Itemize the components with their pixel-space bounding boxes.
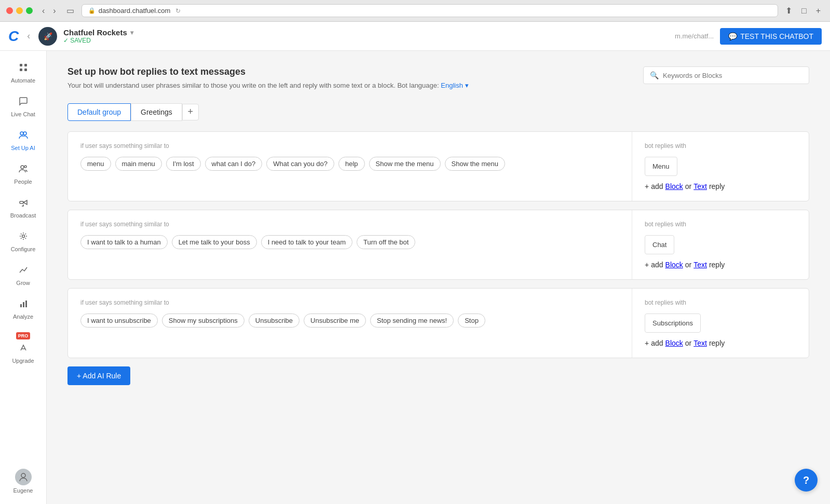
ai-rule-3-tags: I want to unsubscribe Show my subscripti… [80,314,619,328]
tag-want-to-unsubscribe[interactable]: I want to unsubscribe [80,314,158,328]
svg-point-4 [20,132,23,135]
browser-nav: ‹ › [39,5,59,17]
saved-status: ✓ SAVED [63,37,669,44]
page-header: Set up how bot replies to text messages … [67,66,809,91]
tag-talk-to-team[interactable]: I need to talk to your team [261,235,352,249]
tag-what-can-you-do[interactable]: What can you do? [266,157,334,171]
ai-rule-1: if user says something similar to menu m… [67,131,809,201]
tag-show-subscriptions[interactable]: Show my subscriptions [162,314,244,328]
add-block-link-1[interactable]: Block [665,182,683,190]
add-tab-button[interactable]: + [813,5,824,17]
grow-label: Grow [16,280,30,286]
sidebar-item-live-chat[interactable]: Live Chat [3,91,44,122]
messenger-icon: 💬 [728,32,737,40]
sidebar-item-automate[interactable]: Automate [3,57,44,89]
sidebar: Automate Live Chat Set Up AI People [0,51,47,504]
forward-button[interactable]: › [50,5,59,17]
search-input[interactable] [663,72,802,79]
search-box[interactable]: 🔍 [643,66,809,84]
tag-menu[interactable]: menu [80,157,111,171]
tag-talk-to-boss[interactable]: Let me talk to your boss [172,235,257,249]
ai-rule-2-reply[interactable]: Chat [645,235,674,254]
main-layout: Automate Live Chat Set Up AI People [0,51,830,504]
bot-link[interactable]: m.me/chatf... [675,32,714,40]
tag-stop-sending[interactable]: Stop sending me news! [370,314,454,328]
sidebar-item-configure[interactable]: Configure [3,226,44,257]
svg-rect-12 [25,301,27,307]
traffic-light-red[interactable] [6,7,13,14]
tag-show-me-the-menu[interactable]: Show me the menu [369,157,441,171]
sidebar-toggle-button[interactable]: ▭ [63,5,77,17]
bot-info: Chatfuel Rockets ▾ ✓ SAVED [63,28,669,44]
dropdown-arrow-icon[interactable]: ▾ [130,29,133,36]
broadcast-label: Broadcast [10,212,36,219]
ai-rule-1-reply-label: bot replies with [645,142,796,149]
share-button[interactable]: ⬆ [782,5,795,17]
add-tab-button[interactable]: + [182,104,199,120]
address-bar[interactable]: 🔒 dashboard.chatfuel.com ↻ [81,4,778,17]
ai-rule-3: if user says something similar to I want… [67,288,809,358]
browser-chrome: ‹ › ▭ 🔒 dashboard.chatfuel.com ↻ ⬆ □ + [0,0,830,22]
add-text-link-1[interactable]: Text [693,182,707,190]
people-icon [18,164,29,176]
tag-unsubscribe-me[interactable]: Unsubscribe me [304,314,366,328]
add-block-link-2[interactable]: Block [665,261,683,269]
test-chatbot-button[interactable]: 💬 TEST THIS CHATBOT [720,28,822,45]
tabs: Default group Greetings + [67,103,809,121]
tag-im-lost[interactable]: I'm lost [166,157,201,171]
svg-point-5 [23,132,26,135]
configure-label: Configure [11,246,36,252]
reload-icon[interactable]: ↻ [175,7,181,15]
logo: C [8,28,19,45]
pro-badge: PRO [16,332,31,339]
sidebar-item-upgrade[interactable]: PRO Upgrade [3,327,44,369]
sidebar-user[interactable]: Eugene [3,464,44,499]
add-ai-rule-button[interactable]: + Add AI Rule [67,366,130,385]
page-description: Your bot will understand user phrases si… [67,80,469,91]
traffic-light-yellow[interactable] [16,7,23,14]
username-label: Eugene [13,487,33,494]
back-button[interactable]: ‹ [39,5,48,17]
back-nav-button[interactable]: ‹ [25,29,32,44]
page-header-left: Set up how bot replies to text messages … [67,66,469,91]
tag-help[interactable]: help [338,157,365,171]
app: C ‹ 🚀 Chatfuel Rockets ▾ ✓ SAVED m.me/ch… [0,22,830,504]
page-title: Set up how bot replies to text messages [67,66,469,77]
sidebar-item-analyze[interactable]: Analyze [3,293,44,325]
svg-rect-1 [24,64,27,66]
language-link[interactable]: English ▾ [441,81,468,89]
add-text-link-3[interactable]: Text [693,339,707,347]
live-chat-label: Live Chat [11,111,35,117]
ai-rule-1-reply[interactable]: Menu [645,157,677,176]
add-block-link-3[interactable]: Block [665,339,683,347]
sidebar-item-grow[interactable]: Grow [3,260,44,291]
svg-rect-10 [20,304,22,307]
help-button[interactable]: ? [795,469,818,492]
tag-show-the-menu[interactable]: Show the menu [445,157,505,171]
tab-greetings[interactable]: Greetings [131,103,182,121]
tag-unsubscribe[interactable]: Unsubscribe [249,314,300,328]
ai-rule-1-right: bot replies with Menu + add Block or Tex… [632,132,809,201]
sidebar-item-people[interactable]: People [3,158,44,190]
sidebar-item-broadcast[interactable]: Broadcast [3,192,44,224]
tag-main-menu[interactable]: main menu [115,157,162,171]
tab-default-group[interactable]: Default group [67,103,131,121]
tag-stop[interactable]: Stop [458,314,485,328]
add-text-link-2[interactable]: Text [693,261,707,269]
svg-rect-0 [20,64,22,66]
new-tab-button[interactable]: □ [798,5,810,17]
user-avatar [15,469,32,485]
grow-icon [18,265,29,278]
bot-name: Chatfuel Rockets ▾ [63,28,669,37]
tag-want-to-talk-human[interactable]: I want to talk to a human [80,235,168,249]
tag-what-can-i-do[interactable]: what can I do? [205,157,263,171]
ai-rule-3-left: if user says something similar to I want… [68,289,632,358]
tag-turn-off-bot[interactable]: Turn off the bot [357,235,415,249]
traffic-light-green[interactable] [26,7,33,14]
ai-rule-3-reply[interactable]: Subscriptions [645,314,701,333]
ai-rule-3-right: bot replies with Subscriptions + add Blo… [632,289,809,358]
automate-icon [18,62,29,75]
live-chat-icon [18,96,29,109]
automate-label: Automate [11,77,35,84]
sidebar-item-set-up-ai[interactable]: Set Up AI [3,125,44,156]
